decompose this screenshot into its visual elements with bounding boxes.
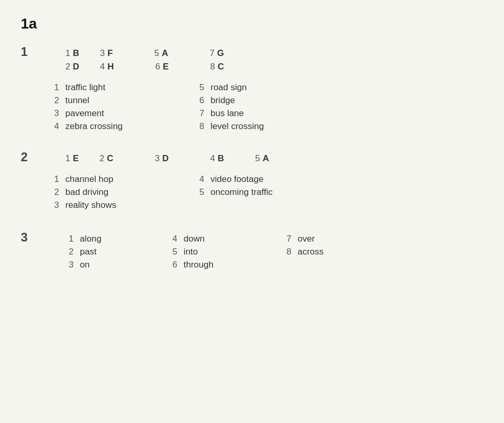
section-1-number: 1 [21, 45, 33, 59]
vocab-item: 8 level crossing [191, 121, 336, 132]
pair-6-val: E [163, 62, 169, 72]
vocab-item: 7 bus lane [191, 108, 336, 119]
page-title: 1a [21, 16, 483, 32]
pair-7-val: G [217, 48, 224, 59]
pair-7-num: 7 [209, 48, 214, 59]
section-2-number: 2 [21, 150, 33, 164]
vocab-item: 5 into [164, 247, 278, 257]
vocab-item: 3 reality shows [46, 200, 191, 210]
pair-5-num: 5 [155, 48, 159, 59]
vocab-item: 4 zebra crossing [46, 121, 191, 132]
pair-4-val: H [107, 62, 114, 72]
vocab-item: 1 traffic light [46, 82, 191, 93]
section-3: 3 1 along 2 past 3 on [21, 229, 483, 273]
vocab-item: 6 bridge [191, 95, 336, 106]
s2-pair-3-num: 3 [155, 153, 160, 164]
vocab-item: 6 through [164, 260, 278, 270]
vocab-item: 1 along [60, 234, 164, 244]
s2-pair-2-val: C [107, 153, 113, 164]
vocab-item: 4 video footage [191, 174, 336, 185]
section-2: 2 1 E 2 C 3 D 4 B [21, 150, 483, 213]
vocab-item: 3 pavement [46, 108, 191, 119]
s2-pair-4-num: 4 [210, 153, 215, 164]
vocab-item: 2 tunnel [46, 95, 191, 106]
s2-pair-1-val: E [73, 153, 78, 164]
pair-8-num: 8 [210, 62, 215, 72]
vocab-item: 7 over [278, 234, 371, 244]
vocab-item: 5 oncoming traffic [191, 187, 336, 198]
pair-1-num: 1 [65, 48, 70, 59]
pair-2-num: 2 [65, 62, 70, 72]
vocab-item: 8 across [278, 247, 371, 257]
vocab-item: 5 road sign [191, 82, 336, 93]
s2-pair-4-val: B [218, 153, 224, 164]
pair-6-num: 6 [156, 62, 160, 72]
vocab-item: 1 channel hop [46, 174, 191, 185]
vocab-item: 2 past [60, 247, 164, 257]
vocab-item: 4 down [164, 234, 278, 244]
s2-pair-2-num: 2 [100, 153, 104, 164]
s2-pair-3-val: D [162, 153, 169, 164]
vocab-item: 2 bad driving [46, 187, 191, 198]
section-1: 1 1 B 3 F 5 A 7 G [21, 45, 483, 134]
pair-8-val: C [218, 62, 224, 72]
s2-pair-5-num: 5 [255, 153, 260, 164]
pair-2-val: D [73, 62, 79, 72]
section-3-number: 3 [21, 230, 33, 245]
pair-3-num: 3 [100, 48, 105, 59]
s2-pair-5-val: A [263, 153, 269, 164]
pair-3-val: F [107, 48, 113, 59]
vocab-item: 3 on [60, 260, 164, 270]
s2-pair-1-num: 1 [65, 153, 70, 164]
pair-1-val: B [73, 48, 79, 59]
pair-4-num: 4 [100, 62, 105, 72]
pair-5-val: A [162, 48, 168, 59]
